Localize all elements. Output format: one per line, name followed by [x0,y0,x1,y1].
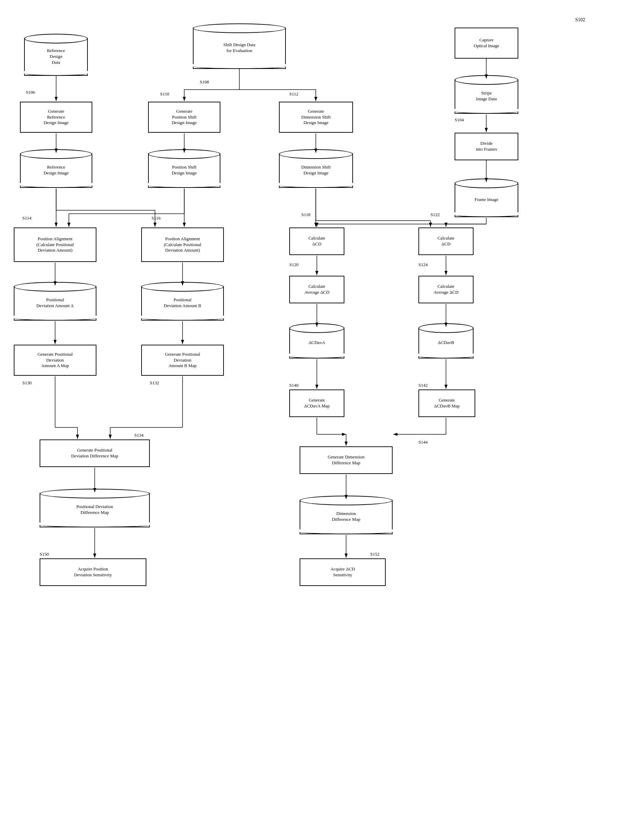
s110-label: S110 [160,91,169,97]
gen-pos-dev-amount-a-map-label: Generate PositionalDeviationAmount A Map [38,352,73,369]
positional-deviation-amount-a: PositionalDeviation Amount A [14,286,97,320]
s104-label: S104 [454,117,464,123]
pos-dev-diff-map-label: Positional DeviationDifference Map [40,504,149,515]
stripe-image-data-label: StripeImage Data [455,90,518,102]
generate-dimension-shift-design-image: GenerateDimension ShiftDesign Image [279,102,353,133]
generate-positional-deviation-difference-map: Generate PositionalDeviation Difference … [40,440,150,467]
frame-image-label: Frame Image [455,197,518,203]
position-shift-design-image: Position ShiftDesign Image [148,153,220,188]
stripe-image-data: StripeImage Data [454,79,518,114]
pos-shift-design-image-label: Position ShiftDesign Image [149,165,220,176]
divide-into-frames: Divideinto Frames [454,133,518,160]
s124-label: S124 [419,262,428,268]
capture-optical-image-label: CaptureOptical Image [474,37,499,49]
s134-label: S134 [134,432,144,438]
s118-label: S118 [301,212,310,217]
s108-label: S108 [200,79,209,85]
pos-dev-amount-a-label: PositionalDeviation Amount A [14,297,96,309]
calc-delta-cd-b-label: CalculateΔCD [437,235,454,247]
gen-pos-dev-diff-map-label: Generate PositionalDeviation Difference … [71,448,118,459]
calculate-delta-cd-b: CalculateΔCD [419,228,474,255]
generate-dimension-difference-map: Generate DimensionDifference Map [299,446,393,474]
delta-cdav-a: ΔCDavA [289,328,344,358]
dimension-shift-design-image: Dimension ShiftDesign Image [279,153,353,188]
s142-label: S142 [419,383,428,388]
s102-label: S102 [575,17,585,23]
positional-deviation-difference-map: Positional DeviationDifference Map [40,493,150,528]
pos-alignment-b-label: Position Alignment(Calculate PositionalD… [164,236,201,254]
gen-ref-design-image-label: GenerateReferenceDesign Image [44,109,69,126]
s114-label: S114 [22,215,31,221]
s152-label: S152 [370,551,379,557]
frame-image: Frame Image [454,183,518,217]
gen-delta-cdav-b-map-label: GenerateΔCDavB Map [434,397,459,409]
calc-delta-cd-a-label: CalculateΔCD [308,235,325,247]
positional-deviation-amount-b: PositionalDeviation Amount B [141,286,224,320]
generate-delta-cdav-b-map: GenerateΔCDavB Map [419,389,475,417]
delta-cdav-a-label: ΔCDavA [290,340,344,346]
reference-design-data: ReferenceDesignData [24,38,88,76]
generate-positional-deviation-amount-a-map: Generate PositionalDeviationAmount A Map [14,345,97,376]
generate-position-shift-design-image: GeneratePosition ShiftDesign Image [148,102,220,133]
reference-design-image: ReferenceDesign Image [20,153,92,188]
divide-into-frames-label: Divideinto Frames [476,141,497,152]
s144-label: S144 [419,440,428,445]
calculate-avg-delta-cd-a: CalculateAverage ΔCD [289,276,344,303]
dim-diff-map-label: DimensionDifference Map [300,511,392,523]
s132-label: S132 [150,380,159,386]
pos-dev-amount-b-label: PositionalDeviation Amount B [142,297,223,309]
dim-shift-design-image-label: Dimension ShiftDesign Image [280,165,352,176]
pos-alignment-a-label: Position Alignment(Calculate PositionalD… [37,236,74,254]
capture-optical-image: CaptureOptical Image [454,28,518,58]
s122-label: S122 [431,212,440,217]
s112-label: S112 [289,91,298,97]
position-alignment-b: Position Alignment(Calculate PositionalD… [141,228,224,262]
acquire-pos-dev-sens-label: Acquire PositionDeviation Sensitivity [74,566,112,578]
gen-delta-cdav-a-map-label: GenerateΔCDavA Map [304,397,330,409]
generate-delta-cdav-a-map: GenerateΔCDavA Map [289,389,344,417]
acquire-delta-cd-sens-label: Acquire ΔCDSensitivity [330,566,355,578]
acquire-position-deviation-sensitivity: Acquire PositionDeviation Sensitivity [40,558,146,586]
delta-cdav-b: ΔCDavB [419,328,474,358]
calculate-delta-cd-a: CalculateΔCD [289,228,344,255]
gen-pos-shift-design-image-label: GeneratePosition ShiftDesign Image [172,109,197,126]
acquire-delta-cd-sensitivity: Acquire ΔCDSensitivity [299,558,386,586]
s120-label: S120 [289,262,299,268]
delta-cdav-b-label: ΔCDavB [419,340,473,346]
reference-design-data-label: ReferenceDesignData [25,48,87,66]
gen-pos-dev-amount-b-map-label: Generate PositionalDeviationAmount B Map [165,352,200,369]
diagram-container: S102 ReferenceDesignData Shift Design Da… [0,0,623,840]
shift-design-data: Shift Design Datafor Evaluation [193,28,286,69]
position-alignment-a: Position Alignment(Calculate PositionalD… [14,228,97,262]
shift-design-data-label: Shift Design Datafor Evaluation [193,42,285,54]
dimension-difference-map: DimensionDifference Map [299,500,393,534]
s106-label: S106 [26,89,35,95]
ref-design-image-label: ReferenceDesign Image [21,165,92,176]
gen-dim-diff-map-label: Generate DimensionDifference Map [327,454,364,466]
s150-label: S150 [40,551,49,557]
s140-label: S140 [289,383,299,388]
generate-positional-deviation-amount-b-map: Generate PositionalDeviationAmount B Map [141,345,224,376]
s116-label: S116 [152,215,161,221]
s130-label: S130 [22,380,32,386]
gen-dim-shift-design-image-label: GenerateDimension ShiftDesign Image [301,109,331,126]
calc-avg-delta-cd-a-label: CalculateAverage ΔCD [304,284,330,295]
generate-reference-design-image: GenerateReferenceDesign Image [20,102,92,133]
calc-avg-delta-cd-b-label: CalculateAverage ΔCD [434,284,459,295]
calculate-avg-delta-cd-b: CalculateAverage ΔCD [419,276,474,303]
